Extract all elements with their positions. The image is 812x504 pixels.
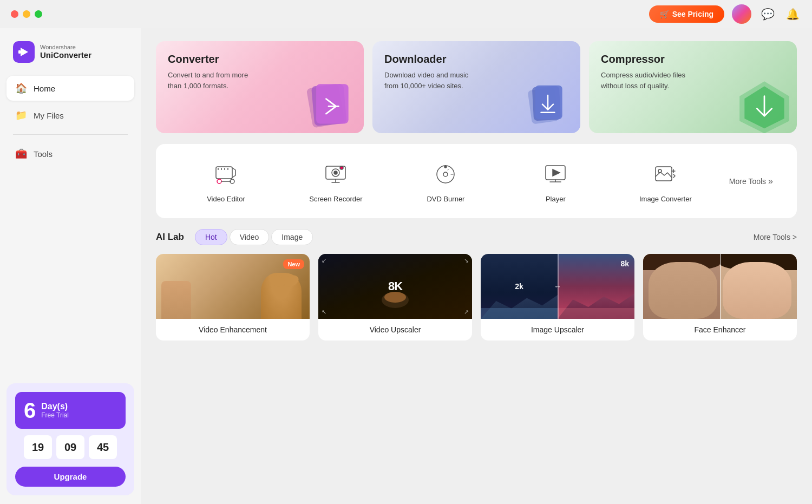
- pricing-label: See Pricing: [672, 10, 713, 18]
- svg-point-17: [340, 166, 343, 169]
- svg-rect-1: [18, 50, 21, 54]
- image-upscaler-thumb: 2k 8k ↔: [481, 254, 634, 319]
- ai-cards-grid: New Video Enhancement ↙: [156, 254, 797, 341]
- svg-point-19: [443, 172, 448, 176]
- face-enhancer-thumb: [643, 254, 797, 319]
- logo-brand: Wondershare: [40, 44, 91, 50]
- nav-label-home: Home: [34, 84, 55, 93]
- video-upscaler-thumb: ↙ ↘ ↖ ↗ 8K: [318, 254, 472, 319]
- tool-label-video-editor: Video Editor: [207, 195, 245, 203]
- ai-card-face-enhancer[interactable]: Face Enhancer: [643, 254, 797, 341]
- sidebar-item-tools[interactable]: 🧰 Tools: [6, 141, 134, 166]
- tool-label-dvd-burner: DVD Burner: [427, 195, 464, 203]
- image-upscaler-label: Image Upscaler: [481, 319, 634, 341]
- screen-recorder-icon-wrap: [320, 159, 351, 189]
- tab-image[interactable]: Image: [271, 229, 313, 245]
- logo-icon: [13, 41, 35, 63]
- home-icon: 🏠: [15, 82, 27, 94]
- logo-product: UniConverter: [40, 50, 91, 60]
- app-body: Wondershare UniConverter 🏠 Home 📁 My Fil…: [0, 28, 812, 504]
- nav-label-tools: Tools: [34, 149, 53, 159]
- downloader-card[interactable]: Downloader Download video and music from…: [372, 41, 580, 133]
- tab-image-label: Image: [281, 233, 303, 241]
- nav-divider: [13, 134, 128, 135]
- svg-point-16: [334, 171, 337, 174]
- logo-text-wrap: Wondershare UniConverter: [40, 44, 91, 60]
- tab-hot-label: Hot: [205, 233, 217, 241]
- title-bar: 🛒 See Pricing 💬 🔔: [0, 0, 812, 28]
- tab-video[interactable]: Video: [230, 229, 270, 245]
- trial-days-number: 6: [24, 400, 36, 421]
- svg-marker-22: [553, 169, 560, 176]
- window-controls: [11, 10, 42, 18]
- countdown-minutes: 09: [56, 435, 84, 459]
- notification-button[interactable]: 🔔: [784, 5, 801, 23]
- compressor-desc: Compress audio/video files without loss …: [601, 70, 687, 91]
- cart-icon: 🛒: [660, 10, 669, 18]
- main-content: Converter Convert to and from more than …: [141, 28, 812, 504]
- ai-lab-more-tools-link[interactable]: More Tools >: [754, 233, 797, 241]
- tool-dvd-burner[interactable]: DVD Burner: [391, 155, 501, 207]
- chat-button[interactable]: 💬: [759, 5, 776, 23]
- tool-label-player: Player: [546, 195, 566, 203]
- video-editor-icon-wrap: [211, 159, 241, 189]
- ai-lab-tabs: AI Lab Hot Video Image: [156, 229, 313, 245]
- converter-title: Converter: [168, 53, 352, 66]
- nav-label-files: My Files: [34, 111, 64, 120]
- tool-label-image-converter: Image Converter: [639, 195, 692, 203]
- video-upscaler-label: Video Upscaler: [318, 319, 472, 341]
- minimize-button[interactable]: [23, 10, 30, 18]
- dvd-burner-icon-wrap: [430, 159, 461, 189]
- downloader-title: Downloader: [384, 53, 568, 66]
- video-enhancement-thumb: New: [156, 254, 310, 319]
- ai-lab-section: AI Lab Hot Video Image More Tools >: [156, 229, 797, 341]
- trial-days-label: Day(s): [41, 402, 69, 411]
- converter-card[interactable]: Converter Convert to and from more than …: [156, 41, 364, 133]
- chat-icon: 💬: [761, 8, 775, 21]
- trial-label-wrap: Day(s) Free Trial: [41, 402, 69, 419]
- title-bar-right: 🛒 See Pricing 💬 🔔: [649, 4, 801, 24]
- avatar[interactable]: [732, 4, 751, 24]
- compressor-card[interactable]: Compressor Compress audio/video files wi…: [589, 41, 797, 133]
- svg-rect-7: [535, 86, 562, 119]
- face-enhancer-label: Face Enhancer: [643, 319, 797, 341]
- image-converter-icon-wrap: [650, 159, 680, 189]
- converter-desc: Convert to and from more than 1,000 form…: [168, 70, 254, 91]
- files-icon: 📁: [15, 109, 27, 121]
- tool-label-screen-recorder: Screen Recorder: [309, 195, 362, 203]
- ai-lab-title: AI Lab: [156, 232, 184, 243]
- see-pricing-button[interactable]: 🛒 See Pricing: [649, 5, 724, 23]
- svg-point-12: [217, 179, 221, 184]
- tab-video-label: Video: [240, 233, 259, 241]
- ai-card-video-enhancement[interactable]: New Video Enhancement: [156, 254, 310, 341]
- more-tools-label: More Tools: [729, 177, 766, 186]
- downloader-desc: Download video and music from 10,000+ vi…: [384, 70, 471, 91]
- maximize-button[interactable]: [35, 10, 42, 18]
- trial-card: 6 Day(s) Free Trial 19 09 45 Upgrade: [6, 383, 134, 495]
- sidebar-item-home[interactable]: 🏠 Home: [6, 76, 134, 101]
- logo-area: Wondershare UniConverter: [6, 37, 134, 74]
- tool-image-converter[interactable]: Image Converter: [611, 155, 721, 207]
- trial-days-box: 6 Day(s) Free Trial: [15, 392, 126, 429]
- close-button[interactable]: [11, 10, 18, 18]
- chevron-right-icon: »: [768, 176, 773, 186]
- tool-video-editor[interactable]: Video Editor: [171, 155, 281, 207]
- more-tools-button[interactable]: More Tools »: [721, 172, 782, 191]
- tool-screen-recorder[interactable]: Screen Recorder: [281, 155, 391, 207]
- tool-player[interactable]: Player: [501, 155, 611, 207]
- sidebar-item-my-files[interactable]: 📁 My Files: [6, 103, 134, 128]
- upgrade-button[interactable]: Upgrade: [15, 467, 126, 487]
- compressor-title: Compressor: [601, 53, 785, 66]
- new-badge: New: [283, 259, 304, 269]
- tools-section: Video Editor Screen Recorder: [156, 144, 797, 218]
- video-enhancement-label: Video Enhancement: [156, 319, 310, 341]
- countdown-seconds: 45: [89, 435, 117, 459]
- tools-icon: 🧰: [15, 148, 27, 160]
- ai-card-image-upscaler[interactable]: 2k 8k ↔: [481, 254, 634, 341]
- ai-lab-header: AI Lab Hot Video Image More Tools >: [156, 229, 797, 245]
- svg-marker-0: [21, 48, 28, 56]
- tab-hot[interactable]: Hot: [195, 229, 227, 245]
- ai-card-video-upscaler[interactable]: ↙ ↘ ↖ ↗ 8K Video Upscaler: [318, 254, 472, 341]
- trial-free-label: Free Trial: [41, 411, 69, 419]
- player-icon-wrap: [540, 159, 571, 189]
